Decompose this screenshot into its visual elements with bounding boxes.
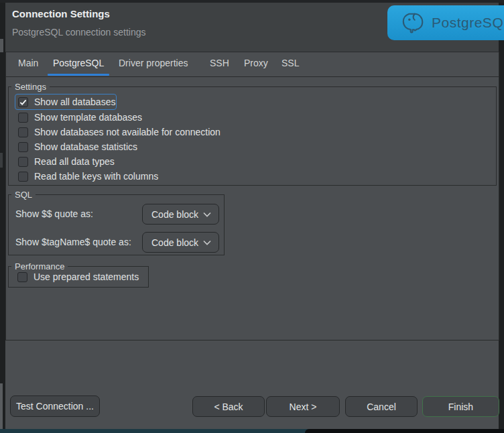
checkbox-use-prepared-statements[interactable]	[17, 272, 27, 282]
checkbox-label: Show template databases	[34, 112, 142, 123]
finish-button[interactable]: Finish	[422, 396, 499, 417]
connection-settings-window: Connection Settings PostgreSQL connectio…	[0, 0, 504, 433]
checkmark-icon	[19, 99, 27, 106]
checkbox-label: Read table keys with columns	[34, 171, 158, 182]
checkbox-show-database-statistics[interactable]	[18, 142, 28, 152]
checkbox-label: Show all databases	[34, 97, 115, 107]
performance-group: Performance Use prepared statements	[8, 266, 149, 288]
checkbox-show-template-databases[interactable]	[18, 113, 28, 123]
postgresql-elephant-icon	[401, 10, 426, 36]
checkbox-label: Show databases not available for connect…	[34, 127, 220, 137]
postgresql-logo-text: PostgreSQL	[432, 15, 504, 31]
checkbox-read-all-data-types[interactable]	[18, 157, 28, 167]
wizard-header: Connection Settings PostgreSQL connectio…	[5, 3, 499, 52]
checkbox-label: Show database statistics	[34, 141, 137, 152]
checkbox-show-all-databases[interactable]	[18, 97, 28, 107]
window-margin-right	[499, 3, 504, 429]
dollar-quote-select[interactable]: Code block	[142, 204, 219, 225]
next-button[interactable]: Next >	[266, 396, 340, 417]
tagname-quote-value: Code block	[151, 237, 198, 248]
background-window-fragment	[0, 153, 3, 168]
window-margin-left	[0, 3, 5, 429]
background-window-fragment	[0, 39, 3, 52]
checkbox-label: Use prepared statements	[34, 271, 139, 282]
chevron-down-icon	[203, 212, 211, 217]
test-connection-button[interactable]: Test Connection ...	[10, 395, 100, 417]
checkbox-read-table-keys[interactable]	[18, 172, 28, 182]
cancel-button[interactable]: Cancel	[345, 396, 418, 417]
back-button[interactable]: < Back	[192, 396, 265, 417]
background-window-corner	[305, 429, 504, 433]
settings-group-label: Settings	[11, 81, 50, 92]
checkbox-show-databases-not-available[interactable]	[18, 127, 28, 137]
dollar-quote-value: Code block	[151, 209, 198, 220]
settings-group: Settings Show all databases Show templat…	[8, 86, 497, 186]
checkbox-label: Read all data types	[34, 156, 115, 167]
sql-group: SQL Show $$ quote as: Code block Show $t…	[8, 194, 225, 255]
background-taskbar-strip	[0, 429, 504, 433]
dialog-subtitle: PostgreSQL connection settings	[12, 27, 146, 38]
tagname-quote-label: Show $tagName$ quote as:	[15, 232, 131, 253]
dialog-title: Connection Settings	[12, 8, 110, 19]
dollar-quote-label: Show $$ quote as:	[15, 204, 93, 225]
chevron-down-icon	[203, 240, 211, 245]
sql-group-label: SQL	[11, 189, 36, 200]
postgresql-logo-badge: PostgreSQL	[387, 5, 504, 40]
tagname-quote-select[interactable]: Code block	[142, 232, 219, 253]
background-window-fragment	[0, 383, 3, 429]
